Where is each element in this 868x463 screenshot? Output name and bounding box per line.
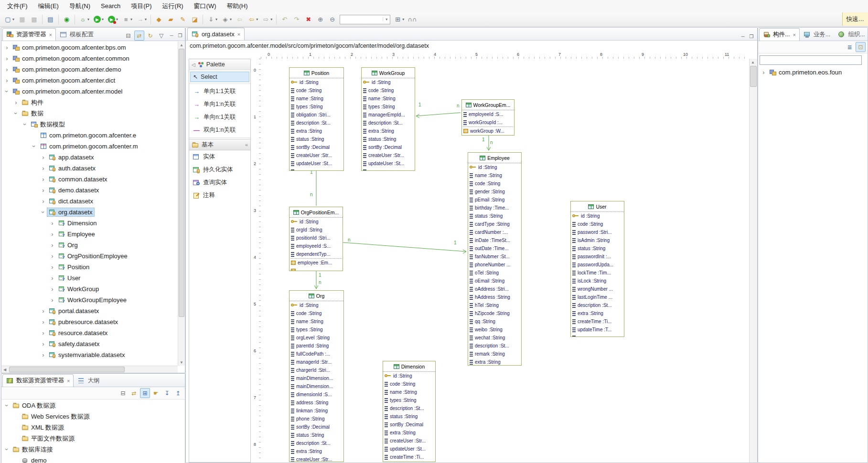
tree-item-resource.datasetx[interactable]: resource.datasetx bbox=[1, 327, 178, 338]
delete-button[interactable]: ✖ bbox=[303, 14, 314, 25]
close-icon[interactable] bbox=[66, 378, 70, 384]
stop-button[interactable]: ■▾ bbox=[120, 14, 134, 25]
entity-field[interactable]: id :String bbox=[571, 212, 624, 220]
palette-item-注释[interactable]: 注释 bbox=[189, 189, 250, 202]
tree-item-user[interactable]: User bbox=[1, 273, 178, 284]
tree-item-systemvariable.datasetx[interactable]: systemvariable.datasetx bbox=[1, 349, 178, 360]
link-with-editor-button[interactable]: ⇄ bbox=[134, 31, 144, 41]
expand-icon[interactable] bbox=[40, 165, 47, 172]
group-by-folder-button[interactable]: ⊡ bbox=[856, 42, 866, 52]
entity-field[interactable]: remark :String bbox=[468, 350, 521, 358]
menu-窗口W[interactable]: 窗口(W) bbox=[189, 0, 222, 12]
entity-field[interactable]: sortBy :Decimal bbox=[362, 143, 415, 151]
tree-item-demo.datasetx[interactable]: demo.datasetx bbox=[1, 185, 178, 196]
view-menu-button[interactable]: ▽ bbox=[156, 31, 166, 41]
tree-item--[interactable]: 数据库连接 bbox=[1, 444, 185, 455]
expand-icon[interactable] bbox=[49, 231, 56, 238]
scroll-up-icon[interactable]: ▲ bbox=[178, 42, 185, 48]
save-button[interactable]: ▦ bbox=[17, 14, 28, 25]
tree-item-auth.datasetx[interactable]: auth.datasetx bbox=[1, 163, 178, 174]
entity-field[interactable]: createUser :Str... bbox=[289, 455, 343, 462]
collapse-all-button[interactable]: ⊟ bbox=[123, 31, 133, 41]
tree-item-com.primeton.gocom.afcenter.model[interactable]: com.primeton.gocom.afcenter.model bbox=[1, 86, 178, 97]
entity-field[interactable]: oEmail :String bbox=[468, 277, 521, 285]
entity-field[interactable]: description :St... bbox=[289, 439, 343, 447]
entity-field[interactable]: wrongNumber ... bbox=[571, 285, 624, 293]
entity-field[interactable]: oTel :String bbox=[468, 269, 521, 277]
entity-field[interactable]: updateTime :T... bbox=[571, 326, 624, 334]
entity-field[interactable]: chargerId :Stri... bbox=[289, 366, 343, 374]
mark-element-button[interactable]: ✎ bbox=[177, 14, 188, 25]
entity-field[interactable]: status :String bbox=[383, 412, 435, 421]
layout-button[interactable]: ⊞▾ bbox=[392, 14, 406, 25]
tab-datasource-explorer[interactable]: 数据源资源管理器 bbox=[2, 374, 74, 387]
entity-field[interactable]: description :St... bbox=[289, 119, 343, 127]
entity-field[interactable]: description :St... bbox=[383, 404, 435, 412]
entity-field[interactable] bbox=[289, 168, 343, 171]
diagram-canvas[interactable]: 1n1nn11n1nPositionid :Stringcode :String… bbox=[261, 59, 749, 463]
expand-icon[interactable] bbox=[49, 263, 56, 271]
entity-field[interactable]: createTime :Ti... bbox=[571, 317, 624, 326]
entity-workgroupem[interactable]: WorkGroupEm...employeeId :S...workGroupI… bbox=[461, 99, 514, 136]
tree-item-pubresource.datasetx[interactable]: pubresource.datasetx bbox=[1, 316, 178, 327]
entity-field[interactable]: id :String bbox=[383, 372, 435, 380]
entity-field[interactable]: positionId :Stri... bbox=[289, 234, 343, 242]
entity-field[interactable]: code :String bbox=[383, 380, 435, 388]
new-button[interactable]: ▢▾ bbox=[2, 14, 16, 25]
palette-tool-单向n:1关联[interactable]: →单向n:1关联 bbox=[189, 111, 250, 124]
save-all-button[interactable]: ▩ bbox=[29, 14, 40, 25]
expand-icon[interactable] bbox=[49, 274, 56, 282]
palette-header[interactable]: ◁Palette bbox=[189, 59, 250, 70]
tab-resource-explorer[interactable]: 资源管理器 bbox=[2, 28, 56, 41]
entity-field[interactable]: weibo :String bbox=[468, 326, 521, 334]
tab-outline[interactable]: 大纲 bbox=[74, 374, 103, 387]
palette-tool-select[interactable]: ↖Select bbox=[190, 72, 249, 82]
entity-field[interactable]: status :String bbox=[362, 135, 415, 143]
entity-field[interactable]: extra :String bbox=[289, 447, 343, 455]
palette-group-basic[interactable]: 基本« bbox=[189, 139, 250, 150]
tree-item--[interactable]: 数据 bbox=[1, 108, 178, 119]
tab-template-config[interactable]: 模板配置 bbox=[56, 28, 97, 41]
tree-item-com.primeton.gocom.afcenter.demo[interactable]: com.primeton.gocom.afcenter.demo bbox=[1, 64, 178, 75]
entity-field[interactable]: employee :Em... bbox=[289, 259, 343, 267]
entity-field[interactable]: name :String bbox=[362, 95, 415, 103]
entity-field[interactable]: oAddress :Stri... bbox=[468, 285, 521, 293]
entity-field[interactable]: fullCodePath :... bbox=[289, 350, 343, 358]
tree-item-workgroup[interactable]: WorkGroup bbox=[1, 284, 178, 295]
debug-button[interactable]: ☼▾ bbox=[77, 14, 91, 25]
entity-field[interactable]: inDate :TimeSt... bbox=[468, 236, 521, 244]
entity-field[interactable]: employeeId :S... bbox=[289, 242, 343, 250]
tab-business[interactable]: 业务... bbox=[800, 28, 834, 41]
entity-field[interactable]: hAddress :String bbox=[468, 293, 521, 301]
entity-field[interactable] bbox=[362, 168, 415, 171]
entity-field[interactable]: isAdmin :String bbox=[571, 236, 624, 244]
expand-icon[interactable] bbox=[40, 198, 47, 205]
expand-icon[interactable] bbox=[49, 220, 56, 227]
entity-field[interactable]: status :String bbox=[468, 212, 521, 220]
entity-field[interactable]: orgLevel :String bbox=[289, 334, 343, 342]
menu-文件F[interactable]: 文件(F) bbox=[2, 0, 33, 12]
expand-icon[interactable] bbox=[3, 66, 11, 73]
entity-position[interactable]: Positionid :Stringcode :Stringname :Stri… bbox=[289, 67, 344, 171]
tree-item-com.primeton.gocom.afcenter.bps.om[interactable]: com.primeton.gocom.afcenter.bps.om bbox=[1, 42, 178, 53]
palette-item-实体[interactable]: 实体 bbox=[189, 150, 250, 163]
collapse-icon[interactable] bbox=[40, 209, 47, 216]
tree-item-dict.datasetx[interactable]: dict.datasetx bbox=[1, 196, 178, 207]
maximize-icon[interactable] bbox=[176, 32, 184, 40]
entity-field[interactable]: managerId :Str... bbox=[289, 358, 343, 366]
link-with-editor-button[interactable]: ⇄ bbox=[129, 388, 139, 398]
entity-workgroup[interactable]: WorkGroupid :Stringcode :Stringname :Str… bbox=[361, 67, 415, 171]
resource-tree-vscrollbar[interactable]: ▲ ▼ bbox=[178, 42, 185, 366]
entity-field[interactable]: phoneNumber ... bbox=[468, 261, 521, 269]
entity-field[interactable]: lastLoginTime ... bbox=[571, 293, 624, 301]
expand-icon[interactable] bbox=[40, 176, 47, 183]
entity-field[interactable]: name :String bbox=[289, 317, 343, 326]
open-component-button[interactable]: ◆ bbox=[153, 14, 164, 25]
expand-icon[interactable] bbox=[3, 44, 11, 51]
tree-item-app.datasetx[interactable]: app.datasetx bbox=[1, 152, 178, 163]
entity-field[interactable]: orgId :String bbox=[289, 226, 343, 234]
resume-button[interactable]: →▾ bbox=[135, 14, 148, 25]
close-icon[interactable] bbox=[49, 32, 52, 38]
entity-field[interactable]: cardNumber :... bbox=[468, 228, 521, 236]
tree-item-com.primeton.gocom.afcenter.dict[interactable]: com.primeton.gocom.afcenter.dict bbox=[1, 75, 178, 86]
